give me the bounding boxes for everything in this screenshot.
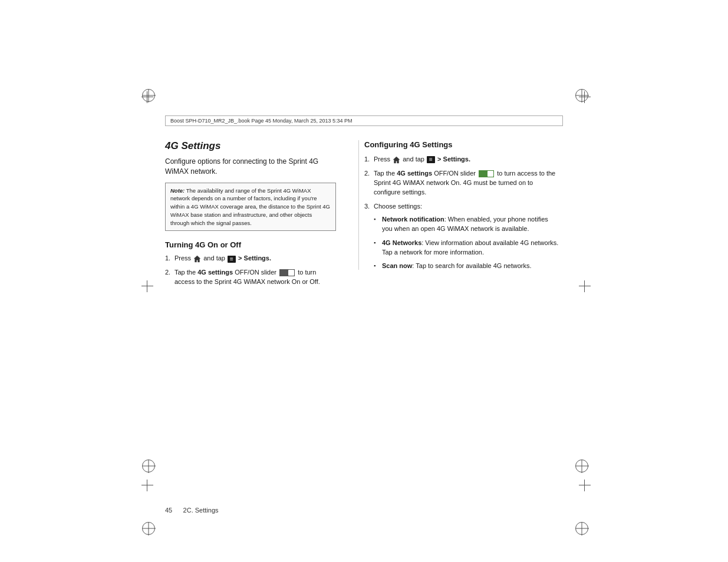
crosshair-bot-left bbox=[141, 480, 153, 491]
configuring-title: Configuring 4G Settings bbox=[364, 140, 559, 149]
crosshair-top-right bbox=[579, 91, 591, 103]
footer: 45 2C. Settings bbox=[165, 507, 219, 514]
turning-step-1: 1. Press and tap > Settings. bbox=[165, 254, 336, 263]
reg-mark-bottom-left bbox=[142, 522, 155, 535]
crosshair-top-left bbox=[141, 91, 153, 103]
left-column: 4G Settings Configure options for connec… bbox=[165, 140, 336, 292]
bullet-scan-now: Scan now: Tap to search for available 4G… bbox=[374, 262, 559, 271]
toggle-knob bbox=[288, 270, 294, 276]
note-label: Note: bbox=[170, 187, 185, 194]
settings-bullets: Network notification: When enabled, your… bbox=[374, 215, 559, 272]
note-text: Note: The availability and range of the … bbox=[170, 187, 331, 227]
config-step-2: 2. Tap the 4G settings OFF/ON slider to … bbox=[364, 169, 559, 197]
config-step2-num: 2. bbox=[364, 169, 370, 178]
config-step2-tap: Tap the bbox=[374, 170, 395, 177]
section-title-4g: 4G Settings bbox=[165, 140, 336, 152]
toggle-slider-off bbox=[279, 269, 295, 276]
turning-step2-suffix: OFF/ON slider bbox=[235, 269, 276, 276]
turning-step2-bold: 4G settings bbox=[197, 269, 233, 276]
reg-mark-bottom-right-top bbox=[575, 459, 588, 472]
header-bar: Boost SPH-D710_MR2_JB_.book Page 45 Mond… bbox=[165, 115, 563, 126]
config-step2-suffix: OFF/ON slider bbox=[434, 170, 476, 177]
note-box: Note: The availability and range of the … bbox=[165, 183, 336, 232]
note-content: The availability and range of the Sprint… bbox=[170, 187, 330, 226]
home-icon-right bbox=[393, 156, 400, 164]
config-step1-tap: and tap bbox=[403, 156, 424, 163]
crosshair-mid-left bbox=[141, 280, 153, 292]
bullet3-bold: Scan now bbox=[382, 262, 412, 269]
column-divider bbox=[358, 140, 359, 270]
config-step1-press: Press bbox=[374, 156, 390, 163]
config-step1-settings: > Settings. bbox=[437, 156, 470, 163]
home-icon bbox=[193, 255, 201, 263]
crosshair-mid-right bbox=[579, 280, 591, 292]
menu-icon-left-1 bbox=[228, 256, 236, 263]
menu-icon-right-1 bbox=[427, 156, 435, 163]
turning-step2-tap: Tap the bbox=[174, 269, 196, 276]
config-step1-num: 1. bbox=[364, 155, 370, 164]
turning-step1-settings: > Settings. bbox=[238, 254, 271, 262]
toggle-knob-on bbox=[487, 171, 493, 177]
footer-page-num: 45 bbox=[165, 507, 172, 514]
turning-title: Turning 4G On or Off bbox=[165, 240, 336, 249]
config-step-3: 3. Choose settings: Network notification… bbox=[364, 202, 559, 272]
bullet3-text: : Tap to search for available 4G network… bbox=[412, 262, 531, 269]
footer-spacer bbox=[174, 507, 181, 514]
step2-num: 2. bbox=[165, 268, 170, 277]
step1-num: 1. bbox=[165, 254, 170, 263]
reg-mark-bottom-left-top bbox=[142, 459, 155, 472]
turning-step1-tap: and tap bbox=[203, 254, 225, 262]
config-step-1: 1. Press and tap > Settings. bbox=[364, 155, 559, 164]
bullet1-bold: Network notification bbox=[382, 216, 444, 223]
crosshair-bot-right bbox=[579, 480, 591, 491]
right-column: Configuring 4G Settings 1. Press and tap… bbox=[364, 140, 559, 276]
section-subtitle: Configure options for connecting to the … bbox=[165, 157, 336, 177]
toggle-slider-on bbox=[479, 170, 494, 177]
header-bar-text: Boost SPH-D710_MR2_JB_.book Page 45 Mond… bbox=[170, 118, 353, 124]
config-step3-choose: Choose settings: bbox=[374, 203, 422, 210]
bullet-4g-networks: 4G Networks: View information about avai… bbox=[374, 239, 559, 257]
config-step2-bold: 4G settings bbox=[397, 170, 432, 177]
bullet2-bold: 4G Networks bbox=[382, 239, 421, 246]
footer-section: 2C. Settings bbox=[183, 507, 219, 514]
page: Boost SPH-D710_MR2_JB_.book Page 45 Mond… bbox=[0, 0, 728, 562]
config-step3-num: 3. bbox=[364, 202, 370, 211]
configuring-steps: 1. Press and tap > Settings. 2. Tap the … bbox=[364, 155, 559, 271]
turning-step1-press: Press bbox=[174, 254, 191, 262]
bullet-network-notification: Network notification: When enabled, your… bbox=[374, 215, 559, 234]
turning-steps: 1. Press and tap > Settings. 2. Tap the … bbox=[165, 254, 336, 287]
turning-step-2: 2. Tap the 4G settings OFF/ON slider to … bbox=[165, 268, 336, 287]
reg-mark-bottom-right bbox=[575, 522, 588, 535]
